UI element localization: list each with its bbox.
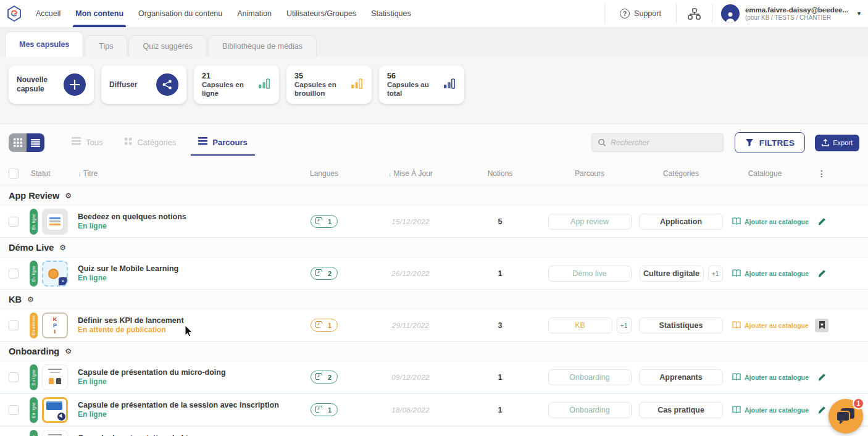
title-cell: Définir ses KPI de lancementEn attente d… bbox=[78, 316, 284, 335]
capsule-thumbnail[interactable] bbox=[42, 209, 68, 235]
stat-label: Capsules en ligne bbox=[202, 80, 258, 98]
updated-cell: 18/08/2022 bbox=[364, 406, 457, 414]
edit-pencil-button[interactable] bbox=[817, 269, 827, 278]
edit-pencil-button[interactable] bbox=[817, 372, 827, 382]
org-share-icon[interactable] bbox=[677, 0, 712, 27]
languages-badge[interactable]: 2 bbox=[311, 267, 338, 280]
row-checkbox[interactable] bbox=[9, 372, 19, 382]
nav-item-utilisateurs-groupes[interactable]: Utilisateurs/Groupes bbox=[279, 0, 364, 27]
languages-badge[interactable]: 1 bbox=[311, 215, 338, 228]
parcours-chip[interactable]: Onboarding bbox=[548, 369, 632, 385]
filter-tab-tous[interactable]: Tous bbox=[72, 137, 102, 148]
chat-launcher-button[interactable]: 1 bbox=[828, 399, 863, 434]
capsule-title[interactable]: Définir ses KPI de lancement bbox=[78, 316, 284, 325]
stat-card-capsules-en-ligne[interactable]: 21Capsules en ligne bbox=[194, 65, 279, 104]
stat-count: 35 bbox=[294, 72, 351, 80]
extra-count-chip[interactable]: +1 bbox=[617, 317, 632, 333]
tab-tips[interactable]: Tips bbox=[85, 35, 127, 57]
filters-button[interactable]: FILTRES bbox=[735, 132, 805, 153]
extra-count-chip[interactable]: +1 bbox=[708, 266, 723, 282]
notions-cell: 1 bbox=[457, 373, 543, 382]
edit-pencil-button[interactable] bbox=[817, 405, 827, 414]
category-chip[interactable]: Statistiques bbox=[639, 317, 723, 333]
tab-mes-capsules[interactable]: Mes capsules bbox=[5, 31, 83, 57]
parcours-chip[interactable]: KB bbox=[548, 317, 612, 333]
col-header-titre[interactable]: ↓Titre bbox=[78, 169, 284, 178]
capsule-title[interactable]: Capsule de présentation de la session av… bbox=[78, 400, 284, 410]
gear-icon[interactable]: ⚙ bbox=[59, 244, 66, 251]
col-header-mise-a-jour[interactable]: ↓Mise À Jour bbox=[364, 169, 457, 178]
content-tabs: Mes capsulesTipsQuiz suggérésBibliothèqu… bbox=[0, 28, 868, 57]
category-chip[interactable]: Cas pratique bbox=[639, 402, 723, 418]
view-mode-toggle[interactable] bbox=[9, 133, 44, 152]
capsule-title[interactable]: Capsule de présentation du micro-doing bbox=[78, 367, 284, 377]
capsule-thumbnail[interactable] bbox=[42, 364, 68, 390]
row-checkbox[interactable] bbox=[9, 321, 19, 330]
capsule-thumbnail[interactable]: × bbox=[42, 261, 68, 287]
gear-icon[interactable]: ⚙ bbox=[65, 192, 72, 199]
stat-card-capsules-au-total[interactable]: 56Capsules au total bbox=[379, 65, 464, 104]
chat-notification-badge: 1 bbox=[853, 398, 864, 409]
capsule-thumbnail[interactable]: KPI bbox=[42, 312, 68, 338]
beedeez-logo-icon[interactable] bbox=[0, 0, 28, 27]
category-chip[interactable]: Apprenants bbox=[639, 369, 723, 385]
capsule-title[interactable]: Capsule de présentation du Live bbox=[78, 433, 284, 436]
support-button[interactable]: ? Support bbox=[605, 0, 676, 27]
updated-date: 18/08/2022 bbox=[391, 406, 430, 414]
add-to-catalogue-link[interactable]: Ajouter au catalogue bbox=[732, 373, 809, 382]
updated-cell: 29/11/2022 bbox=[364, 322, 457, 329]
languages-badge[interactable]: 1 bbox=[311, 403, 338, 416]
gear-icon[interactable]: ⚙ bbox=[65, 348, 72, 355]
add-to-catalogue-link[interactable]: Ajouter au catalogue bbox=[732, 406, 809, 414]
stat-card-capsules-en-brouillon[interactable]: 35Capsules en brouillon bbox=[286, 65, 372, 104]
edit-pencil-button[interactable] bbox=[817, 217, 827, 226]
col-header-langues: Langues bbox=[284, 169, 364, 178]
chevron-down-icon[interactable]: ▼ bbox=[856, 10, 862, 17]
capsule-title[interactable]: Beedeez en quelques notions bbox=[78, 212, 284, 222]
languages-cell: 1 bbox=[284, 403, 364, 416]
add-to-catalogue-link[interactable]: Ajouter au catalogue bbox=[732, 321, 809, 330]
user-menu[interactable]: emma.faivre-daisay@beedee... (pour KB / … bbox=[712, 0, 868, 27]
search-box[interactable] bbox=[591, 133, 724, 152]
capsule-thumbnail[interactable] bbox=[42, 430, 68, 436]
capsule-thumbnail[interactable] bbox=[42, 397, 68, 423]
nav-item-organisation-du-contenu[interactable]: Organisation du contenu bbox=[131, 0, 230, 27]
group-name: KB bbox=[9, 295, 22, 304]
parcours-chip[interactable]: App review bbox=[548, 214, 632, 230]
status-cell: En ligne bbox=[25, 430, 42, 436]
list-view-icon[interactable] bbox=[27, 133, 44, 152]
nav-item-animation[interactable]: Animation bbox=[230, 0, 279, 27]
nav-item-accueil[interactable]: Accueil bbox=[28, 0, 68, 27]
grid-dots-icon bbox=[125, 138, 132, 147]
category-chip[interactable]: Culture digitale bbox=[640, 266, 704, 282]
filter-tab-categories[interactable]: Catégories bbox=[125, 137, 176, 148]
capsule-row: En ligneCapsule de présentation de la se… bbox=[0, 393, 868, 426]
card-diffuser[interactable]: Diffuser bbox=[101, 65, 186, 104]
nav-item-mon-contenu[interactable]: Mon contenu bbox=[68, 0, 131, 27]
row-checkbox[interactable] bbox=[9, 405, 19, 415]
languages-badge[interactable]: 2 bbox=[311, 371, 338, 384]
parcours-chip[interactable]: Démo live bbox=[548, 266, 632, 282]
grid-view-icon[interactable] bbox=[9, 133, 27, 152]
languages-badge[interactable]: 1 bbox=[311, 319, 338, 332]
search-input[interactable] bbox=[611, 138, 717, 147]
bookmark-star-button[interactable] bbox=[815, 319, 828, 332]
row-checkbox[interactable] bbox=[9, 217, 19, 227]
tab-quiz-suggeres[interactable]: Quiz suggérés bbox=[128, 35, 207, 57]
category-chip[interactable]: Application bbox=[639, 214, 723, 230]
gear-icon[interactable]: ⚙ bbox=[27, 296, 34, 303]
capsule-title[interactable]: Quiz sur le Mobile Learning bbox=[78, 264, 284, 274]
status-pill: En attente bbox=[30, 312, 38, 338]
column-options-icon[interactable]: ⋮ bbox=[804, 169, 840, 178]
parcours-chip[interactable]: Onboarding bbox=[548, 402, 632, 418]
add-to-catalogue-link[interactable]: Ajouter au catalogue bbox=[732, 269, 809, 278]
row-checkbox[interactable] bbox=[9, 269, 19, 279]
card-nouvelle-capsule[interactable]: Nouvelle capsule bbox=[9, 65, 94, 104]
select-all-checkbox[interactable] bbox=[9, 169, 19, 178]
tab-bibliotheque-de-medias[interactable]: Bibliothèque de médias bbox=[208, 35, 317, 57]
nav-item-statistiques[interactable]: Statistiques bbox=[364, 0, 419, 27]
add-to-catalogue-link[interactable]: Ajouter au catalogue bbox=[732, 217, 809, 226]
export-button[interactable]: Export bbox=[815, 135, 859, 151]
action-cell bbox=[804, 269, 840, 278]
filter-tab-parcours[interactable]: Parcours bbox=[198, 137, 247, 148]
